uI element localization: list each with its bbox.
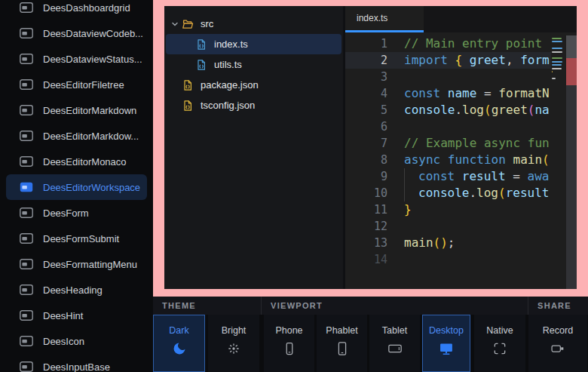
sidebar-item-deesdashboardgrid[interactable]: DeesDashboardgrid: [6, 0, 147, 20]
viewport-phablet-button[interactable]: Phablet: [317, 315, 367, 372]
code-line-12[interactable]: 12: [345, 218, 551, 235]
component-window-icon: [20, 131, 33, 141]
minimap-line: [552, 41, 562, 42]
toolbar-buttons-row: DarkBrightPhonePhabletTabletDesktopNativ…: [153, 315, 588, 372]
sidebar-item-label: DeesHint: [43, 310, 83, 321]
code-line-1[interactable]: 1// Main entry point: [345, 35, 551, 52]
chevron-down-icon: [170, 20, 179, 29]
code-token: const: [404, 86, 440, 100]
code-line-14[interactable]: 14: [345, 251, 551, 268]
code-token: na: [534, 103, 549, 117]
toolbar-section-label-theme: THEME: [153, 297, 261, 315]
tree-item-icon-slot: [195, 38, 207, 51]
sidebar-item-deesdataviewstatus[interactable]: DeesDataviewStatus...: [6, 46, 147, 72]
sidebar-item-deeshint[interactable]: DeesHint: [6, 303, 147, 328]
line-number: 12: [345, 218, 387, 235]
editor-scrollbar[interactable]: [566, 35, 577, 289]
sidebar-item-deesinputbase[interactable]: DeesInputBase: [6, 354, 147, 372]
tree-item-label: src: [201, 18, 213, 29]
code-line-6[interactable]: 6: [345, 118, 551, 135]
line-number: 8: [345, 152, 387, 168]
code-line-8[interactable]: 8async function main(: [345, 152, 551, 168]
code-token: main: [513, 152, 543, 167]
minimap-line: [552, 81, 564, 82]
code-token: greet: [492, 103, 528, 117]
code-token: .: [455, 103, 462, 117]
sidebar-item-deesicon[interactable]: DeesIcon: [6, 328, 147, 354]
code-token: }: [404, 202, 412, 217]
code-token: ;: [448, 235, 455, 250]
code-token: (): [433, 235, 448, 250]
code-token: [455, 169, 462, 183]
line-source: main();: [404, 235, 551, 251]
theme-bright-button[interactable]: Bright: [208, 315, 259, 372]
editor-tab-bar: index.ts: [345, 6, 577, 32]
moon-icon: [172, 341, 187, 356]
viewport-tablet-button[interactable]: Tablet: [369, 315, 420, 372]
code-line-2[interactable]: 2import { greet, form: [345, 52, 551, 69]
toolbar-section-label-share: SHARE: [528, 297, 588, 315]
code-token: log: [462, 103, 484, 117]
sidebar-item-deesform[interactable]: DeesForm: [6, 200, 147, 226]
sidebar-item-label: DeesEditorMarkdow...: [43, 131, 139, 142]
sidebar-item-deeseditormonaco[interactable]: DeesEditorMonaco: [6, 149, 147, 174]
tree-item-icon-slot: [182, 18, 194, 30]
scrollbar-thumb[interactable]: [566, 35, 577, 58]
code-line-3[interactable]: 3: [345, 69, 551, 85]
component-window-icon: [20, 284, 33, 295]
viewport-native-button[interactable]: Native: [474, 315, 525, 372]
toolbar-button-label: Record: [543, 325, 573, 336]
sidebar-item-deesformsubmit[interactable]: DeesFormSubmit: [6, 226, 147, 251]
line-number: 9: [345, 168, 387, 185]
line-number: 10: [345, 185, 387, 201]
sidebar-item-deesdataviewcodeb[interactable]: DeesDataviewCodeb...: [6, 20, 147, 46]
tree-item-label: index.ts: [214, 38, 248, 50]
theme-dark-button[interactable]: Dark: [153, 315, 205, 372]
typescript-file-icon: [195, 59, 207, 71]
minimap-line: [552, 57, 562, 59]
line-source: console.log(greet(na: [404, 102, 551, 118]
code-token: (: [498, 186, 506, 200]
sidebar-item-label: DeesForm: [43, 208, 89, 219]
share-record-button[interactable]: Record: [528, 315, 587, 372]
tree-item-src[interactable]: src: [166, 14, 341, 34]
viewport-desktop-button[interactable]: Desktop: [422, 315, 470, 372]
code-line-11[interactable]: 11}: [345, 201, 551, 218]
sidebar-item-label: DeesEditorMarkdown: [43, 105, 136, 116]
tree-item-utils-ts[interactable]: utils.ts: [166, 54, 341, 75]
minimap-line: [552, 51, 562, 53]
code-line-4[interactable]: 4const name = formatN: [345, 85, 551, 102]
code-lines[interactable]: 1// Main entry point2import { greet, for…: [345, 35, 551, 289]
sidebar-item-deesformattingmenu[interactable]: DeesFormattingMenu: [6, 251, 147, 277]
component-window-icon: [20, 2, 33, 13]
viewport-phone-button[interactable]: Phone: [264, 315, 314, 372]
minimap-line: [552, 38, 562, 39]
sidebar-item-deeseditorworkspace[interactable]: DeesEditorWorkspace: [6, 174, 147, 200]
tree-item-package-json[interactable]: package.json: [166, 75, 341, 95]
component-window-icon: [20, 54, 33, 64]
sidebar-item-deeseditormarkdow[interactable]: DeesEditorMarkdow...: [6, 123, 147, 149]
tab-index-ts[interactable]: index.ts: [345, 6, 424, 32]
code-token: =: [506, 169, 528, 183]
code-line-13[interactable]: 13main();: [345, 235, 551, 251]
sidebar-item-deesheading[interactable]: DeesHeading: [6, 277, 147, 303]
tree-item-index-ts[interactable]: index.ts: [166, 34, 341, 54]
code-line-7[interactable]: 7// Example async fun: [345, 135, 551, 152]
line-source: // Example async fun: [404, 135, 551, 152]
code-line-9[interactable]: 9const result = awa: [345, 168, 551, 185]
line-source: [404, 118, 551, 135]
tree-item-tsconfig-json[interactable]: tsconfig.json: [166, 95, 341, 115]
minimap[interactable]: [551, 35, 566, 289]
preview-area: srcindex.tsutils.tspackage.jsontsconfig.…: [153, 0, 588, 297]
sidebar-item-label: DeesFormSubmit: [43, 233, 119, 244]
sidebar-item-deeseditormarkdown[interactable]: DeesEditorMarkdown: [6, 97, 147, 123]
sidebar-item-label: DeesDataviewCodeb...: [43, 28, 143, 39]
sidebar-item-deeseditorfiletree[interactable]: DeesEditorFiletree: [6, 72, 147, 97]
scrollbar-red-marker: [566, 58, 577, 85]
sidebar-item-label: DeesHeading: [43, 284, 103, 296]
code-line-5[interactable]: 5console.log(greet(na: [345, 102, 551, 118]
fullscreen-corners-icon: [492, 341, 507, 356]
tree-item-label: package.json: [201, 79, 259, 91]
component-window-icon: [20, 208, 33, 218]
code-line-10[interactable]: 10console.log(result: [345, 185, 551, 201]
